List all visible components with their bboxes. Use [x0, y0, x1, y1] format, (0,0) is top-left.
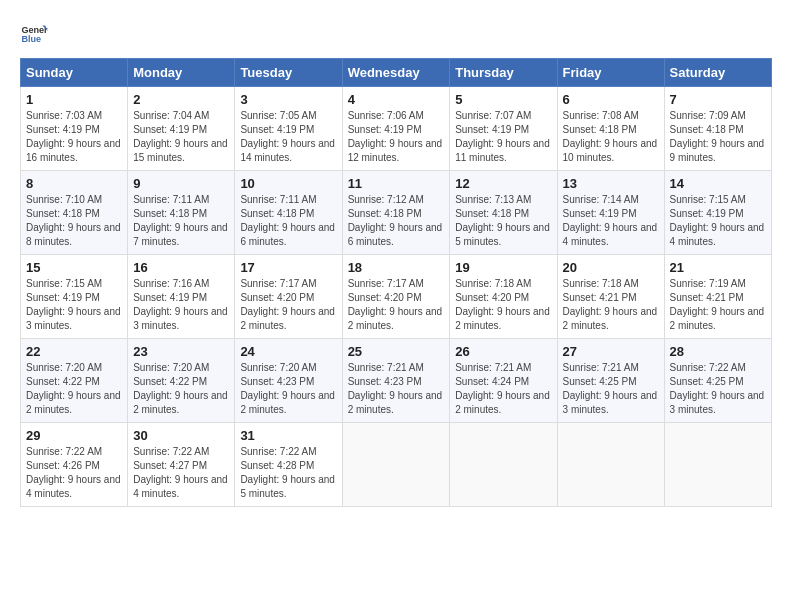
- day-number: 27: [563, 344, 659, 359]
- svg-text:Blue: Blue: [21, 34, 41, 44]
- day-number: 30: [133, 428, 229, 443]
- day-number: 6: [563, 92, 659, 107]
- day-number: 21: [670, 260, 766, 275]
- calendar-cell: 27Sunrise: 7:21 AMSunset: 4:25 PMDayligh…: [557, 339, 664, 423]
- day-number: 4: [348, 92, 445, 107]
- day-info: Sunrise: 7:21 AMSunset: 4:23 PMDaylight:…: [348, 361, 445, 417]
- calendar-cell: 15Sunrise: 7:15 AMSunset: 4:19 PMDayligh…: [21, 255, 128, 339]
- calendar-cell: 4Sunrise: 7:06 AMSunset: 4:19 PMDaylight…: [342, 87, 450, 171]
- calendar-cell: [342, 423, 450, 507]
- day-info: Sunrise: 7:08 AMSunset: 4:18 PMDaylight:…: [563, 109, 659, 165]
- calendar-cell: 6Sunrise: 7:08 AMSunset: 4:18 PMDaylight…: [557, 87, 664, 171]
- day-info: Sunrise: 7:12 AMSunset: 4:18 PMDaylight:…: [348, 193, 445, 249]
- calendar-cell: 18Sunrise: 7:17 AMSunset: 4:20 PMDayligh…: [342, 255, 450, 339]
- calendar-cell: 23Sunrise: 7:20 AMSunset: 4:22 PMDayligh…: [128, 339, 235, 423]
- day-number: 18: [348, 260, 445, 275]
- day-number: 5: [455, 92, 551, 107]
- weekday-header-saturday: Saturday: [664, 59, 771, 87]
- day-number: 28: [670, 344, 766, 359]
- calendar-cell: 25Sunrise: 7:21 AMSunset: 4:23 PMDayligh…: [342, 339, 450, 423]
- calendar-week-2: 8Sunrise: 7:10 AMSunset: 4:18 PMDaylight…: [21, 171, 772, 255]
- day-number: 31: [240, 428, 336, 443]
- calendar-cell: 8Sunrise: 7:10 AMSunset: 4:18 PMDaylight…: [21, 171, 128, 255]
- day-info: Sunrise: 7:13 AMSunset: 4:18 PMDaylight:…: [455, 193, 551, 249]
- day-number: 17: [240, 260, 336, 275]
- day-info: Sunrise: 7:22 AMSunset: 4:26 PMDaylight:…: [26, 445, 122, 501]
- day-number: 8: [26, 176, 122, 191]
- weekday-header-monday: Monday: [128, 59, 235, 87]
- day-number: 10: [240, 176, 336, 191]
- calendar-cell: 1Sunrise: 7:03 AMSunset: 4:19 PMDaylight…: [21, 87, 128, 171]
- day-number: 3: [240, 92, 336, 107]
- day-info: Sunrise: 7:15 AMSunset: 4:19 PMDaylight:…: [26, 277, 122, 333]
- calendar-cell: 26Sunrise: 7:21 AMSunset: 4:24 PMDayligh…: [450, 339, 557, 423]
- weekday-header-row: SundayMondayTuesdayWednesdayThursdayFrid…: [21, 59, 772, 87]
- calendar-cell: 30Sunrise: 7:22 AMSunset: 4:27 PMDayligh…: [128, 423, 235, 507]
- day-info: Sunrise: 7:06 AMSunset: 4:19 PMDaylight:…: [348, 109, 445, 165]
- calendar-cell: [664, 423, 771, 507]
- day-number: 26: [455, 344, 551, 359]
- day-info: Sunrise: 7:16 AMSunset: 4:19 PMDaylight:…: [133, 277, 229, 333]
- day-info: Sunrise: 7:07 AMSunset: 4:19 PMDaylight:…: [455, 109, 551, 165]
- calendar-cell: 7Sunrise: 7:09 AMSunset: 4:18 PMDaylight…: [664, 87, 771, 171]
- calendar-body: 1Sunrise: 7:03 AMSunset: 4:19 PMDaylight…: [21, 87, 772, 507]
- calendar-cell: 3Sunrise: 7:05 AMSunset: 4:19 PMDaylight…: [235, 87, 342, 171]
- day-info: Sunrise: 7:14 AMSunset: 4:19 PMDaylight:…: [563, 193, 659, 249]
- day-number: 15: [26, 260, 122, 275]
- logo-icon: General Blue: [20, 20, 48, 48]
- day-number: 7: [670, 92, 766, 107]
- day-info: Sunrise: 7:21 AMSunset: 4:25 PMDaylight:…: [563, 361, 659, 417]
- calendar-cell: 22Sunrise: 7:20 AMSunset: 4:22 PMDayligh…: [21, 339, 128, 423]
- day-info: Sunrise: 7:18 AMSunset: 4:20 PMDaylight:…: [455, 277, 551, 333]
- calendar-cell: [557, 423, 664, 507]
- calendar-cell: 12Sunrise: 7:13 AMSunset: 4:18 PMDayligh…: [450, 171, 557, 255]
- calendar-cell: 28Sunrise: 7:22 AMSunset: 4:25 PMDayligh…: [664, 339, 771, 423]
- day-number: 12: [455, 176, 551, 191]
- day-number: 14: [670, 176, 766, 191]
- calendar-cell: 9Sunrise: 7:11 AMSunset: 4:18 PMDaylight…: [128, 171, 235, 255]
- day-info: Sunrise: 7:17 AMSunset: 4:20 PMDaylight:…: [240, 277, 336, 333]
- calendar-cell: 13Sunrise: 7:14 AMSunset: 4:19 PMDayligh…: [557, 171, 664, 255]
- calendar-week-3: 15Sunrise: 7:15 AMSunset: 4:19 PMDayligh…: [21, 255, 772, 339]
- calendar-cell: 29Sunrise: 7:22 AMSunset: 4:26 PMDayligh…: [21, 423, 128, 507]
- day-number: 20: [563, 260, 659, 275]
- calendar-week-1: 1Sunrise: 7:03 AMSunset: 4:19 PMDaylight…: [21, 87, 772, 171]
- day-number: 16: [133, 260, 229, 275]
- logo: General Blue: [20, 20, 48, 48]
- calendar-cell: 5Sunrise: 7:07 AMSunset: 4:19 PMDaylight…: [450, 87, 557, 171]
- day-info: Sunrise: 7:11 AMSunset: 4:18 PMDaylight:…: [240, 193, 336, 249]
- calendar-cell: 24Sunrise: 7:20 AMSunset: 4:23 PMDayligh…: [235, 339, 342, 423]
- calendar-cell: 19Sunrise: 7:18 AMSunset: 4:20 PMDayligh…: [450, 255, 557, 339]
- day-info: Sunrise: 7:20 AMSunset: 4:23 PMDaylight:…: [240, 361, 336, 417]
- weekday-header-sunday: Sunday: [21, 59, 128, 87]
- calendar-cell: 11Sunrise: 7:12 AMSunset: 4:18 PMDayligh…: [342, 171, 450, 255]
- calendar-cell: 20Sunrise: 7:18 AMSunset: 4:21 PMDayligh…: [557, 255, 664, 339]
- weekday-header-wednesday: Wednesday: [342, 59, 450, 87]
- calendar-header: SundayMondayTuesdayWednesdayThursdayFrid…: [21, 59, 772, 87]
- calendar-cell: 21Sunrise: 7:19 AMSunset: 4:21 PMDayligh…: [664, 255, 771, 339]
- day-info: Sunrise: 7:15 AMSunset: 4:19 PMDaylight:…: [670, 193, 766, 249]
- day-info: Sunrise: 7:03 AMSunset: 4:19 PMDaylight:…: [26, 109, 122, 165]
- calendar-table: SundayMondayTuesdayWednesdayThursdayFrid…: [20, 58, 772, 507]
- day-number: 25: [348, 344, 445, 359]
- page-header: General Blue: [20, 20, 772, 48]
- weekday-header-friday: Friday: [557, 59, 664, 87]
- day-info: Sunrise: 7:11 AMSunset: 4:18 PMDaylight:…: [133, 193, 229, 249]
- day-info: Sunrise: 7:22 AMSunset: 4:25 PMDaylight:…: [670, 361, 766, 417]
- calendar-cell: 31Sunrise: 7:22 AMSunset: 4:28 PMDayligh…: [235, 423, 342, 507]
- day-info: Sunrise: 7:22 AMSunset: 4:28 PMDaylight:…: [240, 445, 336, 501]
- calendar-cell: 17Sunrise: 7:17 AMSunset: 4:20 PMDayligh…: [235, 255, 342, 339]
- day-info: Sunrise: 7:04 AMSunset: 4:19 PMDaylight:…: [133, 109, 229, 165]
- calendar-cell: 16Sunrise: 7:16 AMSunset: 4:19 PMDayligh…: [128, 255, 235, 339]
- day-number: 19: [455, 260, 551, 275]
- day-info: Sunrise: 7:19 AMSunset: 4:21 PMDaylight:…: [670, 277, 766, 333]
- day-info: Sunrise: 7:21 AMSunset: 4:24 PMDaylight:…: [455, 361, 551, 417]
- day-number: 29: [26, 428, 122, 443]
- weekday-header-tuesday: Tuesday: [235, 59, 342, 87]
- day-number: 13: [563, 176, 659, 191]
- day-info: Sunrise: 7:10 AMSunset: 4:18 PMDaylight:…: [26, 193, 122, 249]
- day-info: Sunrise: 7:20 AMSunset: 4:22 PMDaylight:…: [133, 361, 229, 417]
- calendar-cell: 2Sunrise: 7:04 AMSunset: 4:19 PMDaylight…: [128, 87, 235, 171]
- day-info: Sunrise: 7:20 AMSunset: 4:22 PMDaylight:…: [26, 361, 122, 417]
- calendar-cell: 10Sunrise: 7:11 AMSunset: 4:18 PMDayligh…: [235, 171, 342, 255]
